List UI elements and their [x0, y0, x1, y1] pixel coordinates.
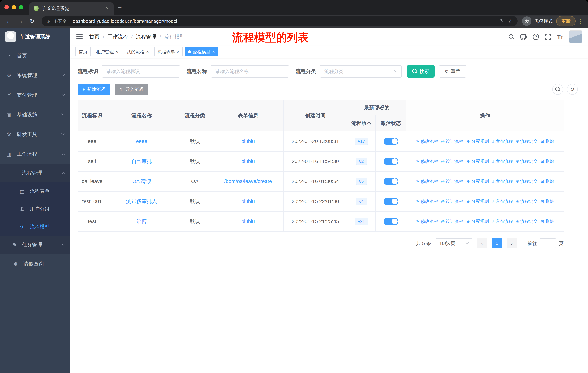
create-process-button[interactable]: 新建流程 [78, 84, 110, 95]
form-link[interactable]: biubiu [241, 199, 255, 204]
minimize-window-button[interactable] [12, 5, 16, 10]
form-link[interactable]: biubiu [241, 219, 255, 224]
maximize-window-button[interactable] [19, 5, 23, 10]
refresh-table-button[interactable] [567, 84, 578, 95]
assign-rule-link[interactable]: 分配规则 [466, 199, 489, 204]
form-link[interactable]: /bpm/oa/leave/create [224, 179, 272, 184]
process-name-input[interactable] [211, 65, 289, 78]
next-page-button[interactable]: › [507, 238, 517, 248]
sidebar-item-task-mgmt[interactable]: 任务管理 [0, 236, 70, 254]
process-name-link[interactable]: eeee [136, 138, 147, 144]
design-process-link[interactable]: 设计流程 [441, 179, 463, 184]
sidebar-item-payment[interactable]: 支付管理 [0, 85, 70, 105]
assign-rule-link[interactable]: 分配规则 [466, 138, 489, 144]
sidebar-item-infrastructure[interactable]: 基础设施 [0, 105, 70, 125]
goto-page-input[interactable] [540, 238, 556, 248]
back-button[interactable] [4, 18, 14, 24]
design-process-link[interactable]: 设计流程 [441, 199, 463, 204]
active-toggle[interactable] [384, 198, 398, 205]
sidebar-item-leave-query[interactable]: 请假查询 [0, 254, 70, 273]
browser-tab[interactable]: 芋道管理系统 [29, 2, 114, 15]
active-toggle[interactable] [384, 158, 398, 165]
reload-button[interactable] [27, 18, 37, 24]
form-link[interactable]: biubiu [241, 138, 255, 144]
close-window-button[interactable] [4, 5, 9, 10]
security-warning-icon[interactable] [47, 18, 51, 25]
delete-process-link[interactable]: 删除 [541, 138, 554, 144]
github-icon[interactable] [520, 33, 526, 40]
sidebar-item-home[interactable]: 首页 [0, 46, 70, 66]
new-tab-button[interactable] [118, 4, 122, 11]
forward-button[interactable] [15, 18, 26, 24]
page-size-select[interactable]: 10条/页 [436, 238, 472, 248]
search-button[interactable]: 搜索 [407, 65, 435, 78]
tag-tenant-mgmt[interactable]: 租户管理 [93, 47, 121, 56]
assign-rule-link[interactable]: 分配规则 [466, 179, 489, 184]
process-name-link[interactable]: 测试多审批人 [126, 199, 157, 204]
breadcrumb-item[interactable]: 工作流程 [107, 33, 128, 40]
bookmark-star-icon[interactable] [508, 18, 513, 25]
edit-process-link[interactable]: 修改流程 [416, 219, 438, 224]
security-label[interactable]: 不安全 [53, 18, 67, 24]
process-definition-link[interactable]: 流程定义 [516, 179, 538, 184]
breadcrumb-item[interactable]: 流程管理 [136, 33, 156, 40]
breadcrumb-item[interactable]: 首页 [89, 33, 100, 40]
browser-menu-icon[interactable] [577, 18, 584, 25]
active-toggle[interactable] [384, 218, 398, 225]
tag-process-model[interactable]: 流程模型 [185, 47, 218, 56]
close-icon[interactable] [212, 49, 215, 54]
toggle-search-button[interactable] [552, 84, 563, 95]
user-avatar[interactable] [569, 30, 582, 43]
version-badge[interactable]: v4 [356, 198, 367, 205]
delete-process-link[interactable]: 删除 [541, 219, 554, 224]
publish-process-link[interactable]: 发布流程 [492, 159, 513, 164]
process-definition-link[interactable]: 流程定义 [516, 199, 538, 204]
active-toggle[interactable] [384, 178, 398, 185]
close-icon[interactable] [177, 49, 179, 54]
import-process-button[interactable]: 导入流程 [115, 84, 148, 95]
edit-process-link[interactable]: 修改流程 [416, 199, 438, 204]
sidebar-item-process-model[interactable]: 流程模型 [0, 218, 70, 236]
assign-rule-link[interactable]: 分配规则 [466, 219, 489, 224]
edit-process-link[interactable]: 修改流程 [416, 138, 438, 144]
design-process-link[interactable]: 设计流程 [441, 219, 463, 224]
prev-page-button[interactable]: ‹ [477, 238, 487, 248]
help-icon[interactable] [533, 34, 539, 40]
process-name-link[interactable]: 自己审批 [131, 159, 152, 164]
design-process-link[interactable]: 设计流程 [441, 159, 463, 164]
sidebar-item-workflow[interactable]: 工作流程 [0, 144, 70, 164]
url-text[interactable]: dashboard.yudao.iocoder.cn/bpm/manager/m… [73, 18, 177, 24]
chrome-update-button[interactable]: 更新 [556, 16, 576, 26]
sidebar-logo[interactable]: 芋道管理系统 [0, 28, 70, 46]
sidebar-toggle-icon[interactable] [76, 34, 83, 39]
process-name-link[interactable]: 滔博 [136, 219, 147, 224]
process-definition-link[interactable]: 流程定义 [516, 219, 538, 224]
assign-rule-link[interactable]: 分配规则 [466, 159, 489, 164]
reset-button[interactable]: 重置 [439, 65, 466, 78]
active-toggle[interactable] [384, 138, 398, 145]
delete-process-link[interactable]: 删除 [541, 179, 554, 184]
font-size-icon[interactable] [557, 34, 563, 40]
version-badge[interactable]: v21 [355, 218, 368, 225]
version-badge[interactable]: v17 [355, 138, 368, 145]
form-link[interactable]: biubiu [241, 159, 255, 164]
publish-process-link[interactable]: 发布流程 [492, 138, 513, 144]
close-icon[interactable] [146, 49, 149, 54]
publish-process-link[interactable]: 发布流程 [492, 219, 513, 224]
edit-process-link[interactable]: 修改流程 [416, 179, 438, 184]
process-category-select[interactable]: 流程分类 [320, 65, 402, 78]
publish-process-link[interactable]: 发布流程 [492, 179, 513, 184]
sidebar-item-user-group[interactable]: 用户分组 [0, 200, 70, 218]
process-key-input[interactable] [102, 65, 180, 78]
delete-process-link[interactable]: 删除 [541, 159, 554, 164]
page-number-button[interactable]: 1 [492, 238, 502, 248]
process-definition-link[interactable]: 流程定义 [516, 138, 538, 144]
sidebar-item-process-mgmt[interactable]: 流程管理 [0, 164, 70, 182]
tab-close-icon[interactable] [105, 5, 109, 11]
tag-my-process[interactable]: 我的流程 [124, 47, 152, 56]
close-icon[interactable] [116, 49, 118, 54]
delete-process-link[interactable]: 删除 [541, 199, 554, 204]
password-key-icon[interactable] [499, 18, 504, 24]
process-name-link[interactable]: OA 请假 [132, 179, 151, 184]
process-definition-link[interactable]: 流程定义 [516, 159, 538, 164]
